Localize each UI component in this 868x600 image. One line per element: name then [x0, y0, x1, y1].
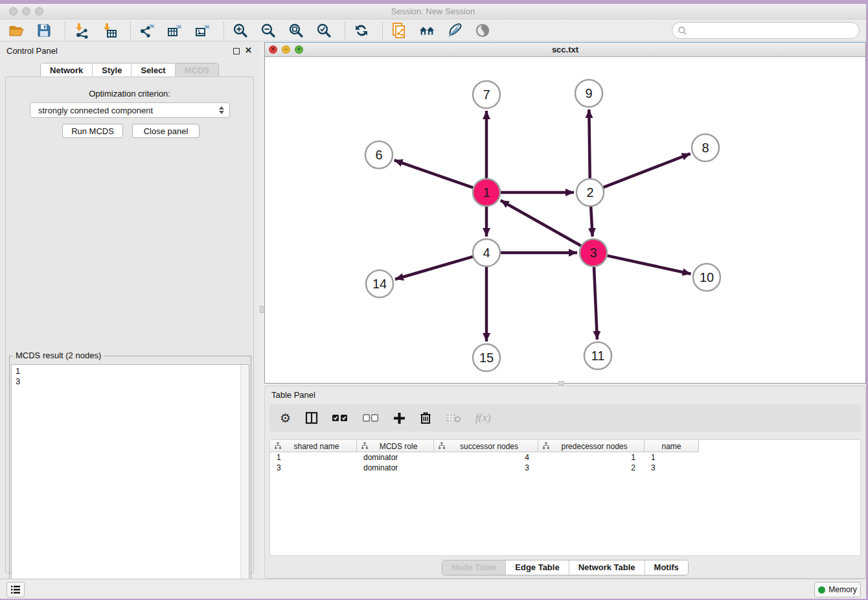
mcds-result-textarea[interactable]: 1 3 — [11, 364, 249, 598]
cell-MCDS-role[interactable]: dominator — [357, 452, 434, 463]
column-header-successor-nodes[interactable]: successor nodes — [434, 440, 538, 452]
mcds-panel: Optimization criterion: strongly connect… — [5, 76, 254, 573]
tab-style[interactable]: Style — [92, 63, 131, 78]
dropdown-chevrons-icon — [219, 106, 224, 114]
graph-node-label-9: 9 — [585, 86, 592, 100]
graph-node-label-3: 3 — [589, 246, 597, 260]
import-table-icon[interactable] — [101, 22, 118, 39]
cell-MCDS-role[interactable]: dominator — [357, 463, 434, 473]
window-titlebar: Session: New Session — [0, 4, 866, 19]
function-builder-icon[interactable]: f(x) — [475, 410, 491, 426]
export-image-icon[interactable] — [194, 22, 211, 39]
cell-predecessor-nodes[interactable]: 2 — [538, 463, 645, 473]
cell-name[interactable]: 1 — [645, 452, 699, 463]
apply-style-icon[interactable] — [446, 22, 463, 39]
vertical-splitter-grip[interactable] — [260, 306, 264, 313]
graph-edge-2-3[interactable] — [591, 207, 592, 237]
tab-mcds[interactable]: MCDS — [175, 63, 218, 78]
search-input[interactable] — [687, 24, 859, 37]
toolbar-separator — [345, 22, 345, 39]
graph-edge-3-10[interactable] — [607, 256, 691, 274]
delete-table-icon[interactable] — [446, 410, 461, 426]
cell-successor-nodes[interactable]: 3 — [434, 463, 538, 473]
tab-edge-table[interactable]: Edge Table — [505, 560, 568, 575]
open-file-icon[interactable] — [8, 22, 25, 39]
memory-label: Memory — [828, 585, 856, 594]
task-history-button[interactable] — [6, 582, 25, 597]
tab-motifs[interactable]: Motifs — [645, 560, 688, 575]
graph-edge-2-9[interactable] — [589, 110, 589, 178]
toolbar-separator — [382, 22, 383, 39]
float-panel-icon[interactable] — [233, 48, 240, 54]
memory-status-icon — [818, 586, 825, 594]
graph-edge-3-11[interactable] — [594, 267, 597, 340]
search-box[interactable] — [672, 22, 860, 39]
column-visibility-icon[interactable] — [305, 410, 318, 426]
deselect-all-icon[interactable] — [363, 410, 379, 426]
table-panel: Table Panel ✕ ⚙ f(x) shared nameMCDS rol… — [264, 386, 866, 579]
network-window-title: scc.txt — [265, 45, 865, 54]
toolbar-separator — [223, 22, 224, 39]
table-row[interactable]: 3dominator323 — [270, 463, 699, 473]
memory-button[interactable]: Memory — [814, 582, 861, 597]
delete-row-icon[interactable] — [420, 410, 431, 426]
tab-network-table[interactable]: Network Table — [569, 560, 645, 575]
main-toolbar — [0, 19, 866, 41]
tab-network[interactable]: Network — [41, 63, 92, 78]
run-mcds-button[interactable]: Run MCDS — [62, 124, 123, 138]
select-all-icon[interactable] — [332, 410, 348, 426]
table-toolbar: ⚙ f(x) — [269, 404, 861, 432]
column-header-MCDS-role[interactable]: MCDS role — [357, 440, 434, 452]
table-tabs: Node TableEdge TableNetwork TableMotifs — [442, 560, 689, 575]
window-title: Session: New Session — [0, 6, 866, 16]
cell-shared-name[interactable]: 1 — [270, 452, 357, 463]
clone-network-icon[interactable] — [391, 22, 407, 39]
table-row[interactable]: 1dominator411 — [270, 452, 699, 463]
control-panel-title: Control Panel — [6, 46, 58, 56]
network-canvas[interactable]: 7968124314101511 — [265, 57, 865, 383]
mcds-result-values: 1 3 — [16, 366, 237, 596]
graph-node-label-10: 10 — [700, 270, 714, 284]
close-panel-button[interactable]: Close panel — [132, 124, 200, 138]
horizontal-splitter-grip[interactable] — [558, 381, 564, 386]
show-hide-icon[interactable] — [474, 22, 491, 39]
column-header-name[interactable]: name — [645, 440, 699, 452]
first-neighbors-icon[interactable] — [418, 22, 435, 39]
column-header-shared-name[interactable]: shared name — [270, 440, 357, 452]
graph-edge-3-1[interactable] — [501, 200, 581, 246]
graph-edge-1-6[interactable] — [394, 160, 474, 187]
graph-node-label-14: 14 — [372, 277, 387, 291]
cell-name[interactable]: 3 — [645, 463, 699, 473]
status-bar: Memory — [0, 579, 866, 599]
cell-successor-nodes[interactable]: 4 — [434, 452, 538, 463]
save-session-icon[interactable] — [36, 22, 52, 39]
close-panel-icon[interactable]: ✕ — [245, 47, 252, 54]
add-row-icon[interactable] — [393, 410, 405, 426]
toolbar-separator — [130, 22, 131, 39]
table-settings-icon[interactable]: ⚙ — [280, 410, 291, 426]
network-window: ✕ − + scc.txt 7968124314101511 — [264, 42, 866, 384]
node-table: shared nameMCDS rolesuccessor nodesprede… — [269, 439, 861, 556]
column-header-predecessor-nodes[interactable]: predecessor nodes — [538, 440, 645, 452]
zoom-in-icon[interactable] — [232, 22, 249, 39]
cell-predecessor-nodes[interactable]: 1 — [538, 452, 645, 463]
import-network-icon[interactable] — [73, 22, 90, 39]
graph-edge-2-8[interactable] — [604, 154, 691, 187]
table-header-row: shared nameMCDS rolesuccessor nodesprede… — [270, 440, 699, 452]
tab-node-table[interactable]: Node Table — [442, 560, 505, 575]
graph-node-label-2: 2 — [586, 185, 593, 200]
graph-node-label-4: 4 — [483, 246, 490, 260]
zoom-fit-icon[interactable] — [288, 22, 304, 39]
graph-edge-4-14[interactable] — [395, 257, 473, 279]
criterion-dropdown[interactable]: strongly connected component — [30, 102, 230, 118]
mcds-result-title: MCDS result (2 nodes) — [13, 351, 104, 360]
result-scrollbar[interactable] — [240, 365, 249, 597]
zoom-out-icon[interactable] — [260, 22, 277, 39]
zoom-selected-icon[interactable] — [315, 22, 332, 39]
network-graph: 7968124314101511 — [265, 57, 865, 383]
refresh-layout-icon[interactable] — [353, 22, 370, 39]
tab-select[interactable]: Select — [131, 63, 174, 78]
export-table-icon[interactable] — [166, 22, 183, 39]
export-network-icon[interactable] — [139, 22, 155, 39]
cell-shared-name[interactable]: 3 — [270, 463, 357, 473]
